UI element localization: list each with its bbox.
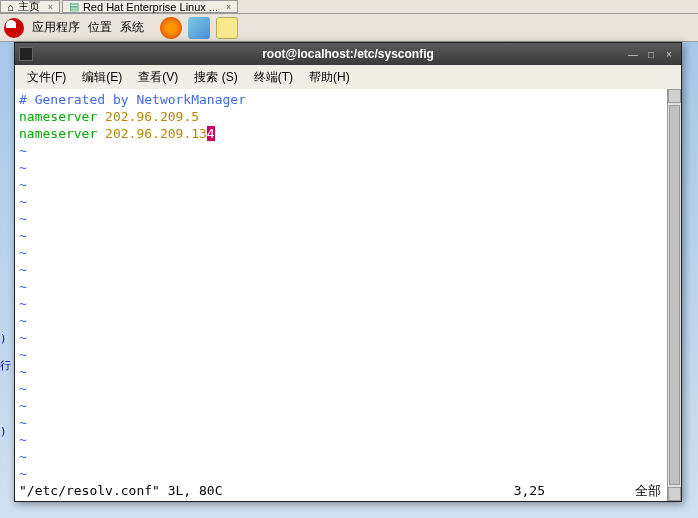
background-text: )行) bbox=[0, 332, 8, 345]
taskbar-item-rhel[interactable]: ▤ Red Hat Enterprise Linux ... × bbox=[62, 0, 238, 13]
scroll-thumb[interactable] bbox=[669, 105, 680, 485]
tilde-line: ~ bbox=[19, 398, 27, 413]
menu-terminal[interactable]: 终端(T) bbox=[250, 67, 297, 88]
scroll-down-button[interactable] bbox=[668, 487, 681, 501]
close-icon[interactable]: × bbox=[226, 2, 231, 12]
tilde-line: ~ bbox=[19, 449, 27, 464]
menu-search[interactable]: 搜索 (S) bbox=[190, 67, 241, 88]
editor-value: 202.96.209.13 bbox=[105, 126, 207, 141]
document-icon: ▤ bbox=[69, 0, 79, 13]
tilde-line: ~ bbox=[19, 245, 27, 260]
tilde-line: ~ bbox=[19, 228, 27, 243]
taskbar-label: Red Hat Enterprise Linux ... bbox=[83, 1, 218, 13]
terminal-content[interactable]: # Generated by NetworkManager nameserver… bbox=[15, 89, 667, 501]
taskbar-label: 主页 bbox=[18, 0, 40, 14]
tilde-line: ~ bbox=[19, 313, 27, 328]
editor-keyword: nameserver bbox=[19, 109, 97, 124]
menu-help[interactable]: 帮助(H) bbox=[305, 67, 354, 88]
browser-icon[interactable] bbox=[188, 17, 210, 39]
panel: 应用程序 位置 系统 bbox=[0, 14, 698, 42]
tilde-line: ~ bbox=[19, 364, 27, 379]
menu-applications[interactable]: 应用程序 bbox=[32, 19, 80, 36]
redhat-logo-icon[interactable] bbox=[4, 18, 24, 38]
tilde-line: ~ bbox=[19, 296, 27, 311]
titlebar[interactable]: root@localhost:/etc/sysconfig — □ × bbox=[15, 43, 681, 65]
tilde-line: ~ bbox=[19, 279, 27, 294]
tilde-line: ~ bbox=[19, 177, 27, 192]
tilde-line: ~ bbox=[19, 211, 27, 226]
menu-file[interactable]: 文件(F) bbox=[23, 67, 70, 88]
status-filename: "/etc/resolv.conf" 3L, 80C bbox=[19, 482, 223, 499]
terminal-window: root@localhost:/etc/sysconfig — □ × 文件(F… bbox=[14, 42, 682, 502]
status-position: 3,25 bbox=[514, 482, 545, 499]
tilde-line: ~ bbox=[19, 432, 27, 447]
scrollbar[interactable] bbox=[667, 89, 681, 501]
menu-edit[interactable]: 编辑(E) bbox=[78, 67, 126, 88]
scroll-up-button[interactable] bbox=[668, 89, 681, 103]
taskbar-item-home[interactable]: ⌂ 主页 × bbox=[0, 0, 60, 13]
taskbar: ⌂ 主页 × ▤ Red Hat Enterprise Linux ... × bbox=[0, 0, 698, 14]
panel-launchers bbox=[160, 17, 238, 39]
tilde-line: ~ bbox=[19, 194, 27, 209]
tilde-line: ~ bbox=[19, 466, 27, 481]
firefox-icon[interactable] bbox=[160, 17, 182, 39]
tilde-line: ~ bbox=[19, 381, 27, 396]
window-title: root@localhost:/etc/sysconfig bbox=[262, 47, 434, 61]
editor-keyword: nameserver bbox=[19, 126, 97, 141]
home-icon: ⌂ bbox=[7, 1, 14, 13]
tilde-line: ~ bbox=[19, 347, 27, 362]
menubar: 文件(F) 编辑(E) 查看(V) 搜索 (S) 终端(T) 帮助(H) bbox=[15, 65, 681, 89]
editor-line: # Generated by NetworkManager bbox=[19, 92, 246, 107]
minimize-button[interactable]: — bbox=[625, 47, 641, 61]
terminal-body[interactable]: # Generated by NetworkManager nameserver… bbox=[15, 89, 681, 501]
maximize-button[interactable]: □ bbox=[643, 47, 659, 61]
status-percent: 全部 bbox=[635, 482, 661, 499]
editor-value: 202.96.209.5 bbox=[105, 109, 199, 124]
menu-system[interactable]: 系统 bbox=[120, 19, 144, 36]
notes-icon[interactable] bbox=[216, 17, 238, 39]
close-icon[interactable]: × bbox=[48, 2, 53, 12]
vim-status-line: "/etc/resolv.conf" 3L, 80C 3,25 全部 bbox=[19, 482, 665, 499]
tilde-line: ~ bbox=[19, 160, 27, 175]
tilde-line: ~ bbox=[19, 415, 27, 430]
close-button[interactable]: × bbox=[661, 47, 677, 61]
cursor: 4 bbox=[207, 126, 215, 141]
terminal-icon bbox=[19, 47, 33, 61]
menu-view[interactable]: 查看(V) bbox=[134, 67, 182, 88]
tilde-line: ~ bbox=[19, 330, 27, 345]
tilde-line: ~ bbox=[19, 143, 27, 158]
menu-places[interactable]: 位置 bbox=[88, 19, 112, 36]
tilde-line: ~ bbox=[19, 262, 27, 277]
window-controls: — □ × bbox=[625, 47, 677, 61]
